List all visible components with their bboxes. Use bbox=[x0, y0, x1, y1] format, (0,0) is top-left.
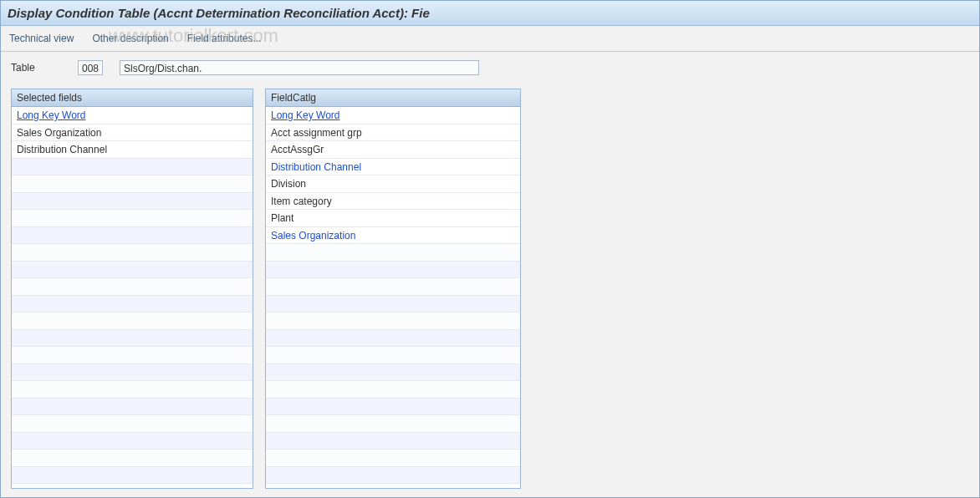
list-item-empty bbox=[12, 313, 253, 330]
list-item-empty bbox=[266, 244, 520, 262]
list-item-empty bbox=[266, 433, 520, 450]
list-item-empty bbox=[12, 227, 253, 245]
list-item-empty bbox=[12, 450, 253, 467]
list-item[interactable]: Item category bbox=[266, 193, 520, 211]
list-item[interactable]: Plant bbox=[266, 210, 520, 227]
list-item-empty bbox=[266, 347, 520, 364]
list-item[interactable]: AcctAssgGr bbox=[266, 141, 520, 159]
list-item-empty bbox=[266, 262, 520, 279]
table-label: Table bbox=[11, 62, 61, 74]
table-code-input[interactable]: 008 bbox=[78, 60, 103, 75]
list-item-empty bbox=[266, 399, 520, 416]
list-item-empty bbox=[12, 159, 253, 176]
selected-header-row[interactable]: Long Key Word bbox=[12, 107, 253, 124]
selected-fields-panel: Selected fields Long Key Word Sales Orga… bbox=[11, 89, 253, 489]
list-item-empty bbox=[12, 415, 253, 433]
list-item[interactable]: Division bbox=[266, 175, 520, 193]
list-item-empty bbox=[12, 433, 253, 450]
list-item-empty bbox=[266, 364, 520, 382]
menu-technical-view[interactable]: Technical view bbox=[9, 33, 74, 44]
list-item[interactable]: Distribution Channel bbox=[12, 141, 253, 159]
selected-fields-header: Selected fields bbox=[12, 89, 253, 107]
list-item-empty bbox=[12, 364, 253, 382]
table-field-row: Table 008 SlsOrg/Dist.chan. bbox=[11, 60, 969, 75]
list-item-empty bbox=[12, 244, 253, 262]
list-item-empty bbox=[12, 193, 253, 211]
list-item-empty bbox=[12, 399, 253, 416]
list-item-empty bbox=[12, 296, 253, 313]
list-item-empty bbox=[266, 450, 520, 467]
title-bar: Display Condition Table (Accnt Determina… bbox=[1, 1, 979, 26]
list-item-empty bbox=[12, 330, 253, 348]
list-item[interactable]: Acct assignment grp bbox=[266, 124, 520, 142]
list-item-empty bbox=[12, 175, 253, 193]
list-item-empty bbox=[266, 381, 520, 399]
app-window: Display Condition Table (Accnt Determina… bbox=[0, 0, 980, 498]
list-item-empty bbox=[12, 467, 253, 485]
content-area: Table 008 SlsOrg/Dist.chan. Selected fie… bbox=[1, 52, 979, 497]
list-item-empty bbox=[266, 467, 520, 485]
selected-fields-body: Long Key Word Sales Organization Distrib… bbox=[12, 107, 253, 488]
list-item-empty bbox=[12, 278, 253, 296]
catalog-header-row[interactable]: Long Key Word bbox=[266, 107, 520, 124]
page-title: Display Condition Table (Accnt Determina… bbox=[8, 6, 430, 20]
list-item[interactable]: Sales Organization bbox=[12, 124, 253, 142]
field-catalog-header: FieldCatlg bbox=[266, 89, 520, 107]
list-item[interactable]: Sales Organization bbox=[266, 227, 520, 245]
field-catalog-panel: FieldCatlg Long Key Word Acct assignment… bbox=[265, 89, 521, 489]
table-desc-input[interactable]: SlsOrg/Dist.chan. bbox=[120, 60, 479, 75]
list-item-empty bbox=[266, 296, 520, 313]
list-item-empty bbox=[12, 347, 253, 364]
list-item-empty bbox=[266, 415, 520, 433]
list-item-empty bbox=[266, 313, 520, 330]
field-catalog-body: Long Key Word Acct assignment grp AcctAs… bbox=[266, 107, 520, 488]
list-item[interactable]: Distribution Channel bbox=[266, 159, 520, 176]
menu-field-attributes[interactable]: Field attributes... bbox=[187, 33, 262, 44]
menu-bar: Technical view Other description Field a… bbox=[1, 26, 979, 52]
list-item-empty bbox=[266, 278, 520, 296]
list-item-empty bbox=[12, 210, 253, 227]
list-item-empty bbox=[12, 262, 253, 279]
list-item-empty bbox=[266, 330, 520, 348]
panels-container: Selected fields Long Key Word Sales Orga… bbox=[11, 89, 969, 489]
list-item-empty bbox=[12, 381, 253, 399]
menu-other-description[interactable]: Other description bbox=[92, 33, 168, 44]
